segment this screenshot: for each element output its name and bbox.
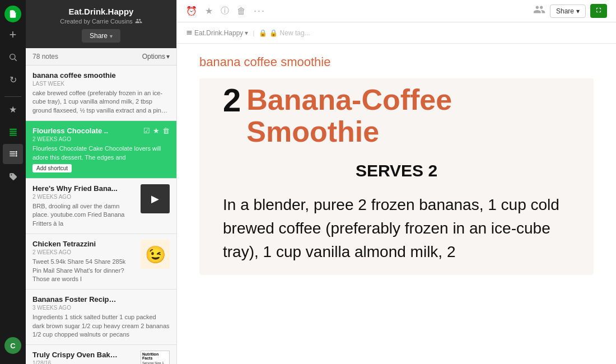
note-date: 2 WEEKS AGO	[32, 136, 170, 142]
lock-icon: 🔒	[259, 29, 267, 37]
note-title: Chicken Tetrazzini	[32, 240, 119, 248]
notebook-share-button[interactable]: Share ▾	[82, 29, 120, 43]
svg-rect-14	[187, 32, 192, 33]
recipe-serves: SERVES 2	[223, 158, 570, 183]
note-title: banana coffee smoothie	[32, 71, 119, 80]
list-item[interactable]: banana coffee smoothie LAST WEEK cake br…	[26, 66, 176, 121]
svg-point-9	[15, 151, 17, 152]
note-date: LAST WEEK	[32, 81, 170, 87]
svg-point-0	[10, 54, 15, 59]
share-main-button[interactable]: Share ▾	[550, 4, 586, 18]
alarm-icon[interactable]: ⏰	[186, 6, 197, 16]
user-avatar[interactable]: C	[4, 337, 21, 354]
notebook-title: Eat.Drink.Happy	[69, 7, 134, 16]
shortcuts-btn[interactable]: ★	[3, 99, 23, 119]
trash-icon[interactable]: 🗑	[162, 127, 170, 135]
note-date: 2 WEEKS AGO	[32, 194, 136, 200]
note-thumbnail: Nutrition Facts Serving Size 1 Calories …	[141, 351, 170, 364]
note-date: 2 WEEKS AGO	[32, 249, 136, 255]
tag-input[interactable]: 🔒 🔒 New tag...	[259, 29, 310, 37]
notebooks-btn[interactable]	[3, 122, 23, 142]
tags-btn[interactable]	[3, 166, 23, 186]
note-title: Flourless Chocolate ..	[32, 127, 108, 135]
note-action-icons: ☑ ★ 🗑	[143, 127, 170, 135]
collaborators-icon[interactable]	[533, 3, 545, 18]
svg-point-10	[15, 153, 17, 155]
evernote-logo	[4, 6, 21, 22]
recipe-number: 2	[223, 84, 241, 116]
list-item[interactable]: Chicken Tetrazzini 2 WEEKS AGO Tweet 5.9…	[26, 234, 176, 290]
note-date: 3 WEEKS AGO	[32, 305, 170, 311]
svg-rect-4	[10, 132, 17, 133]
note-preview: Flourless Chocolate Cake Chocolate lover…	[32, 144, 170, 162]
share-dropdown-icon: ▾	[576, 7, 580, 15]
share-chevron-icon: ▾	[110, 33, 113, 39]
svg-point-11	[15, 155, 17, 156]
options-button[interactable]: Options ▾	[142, 53, 170, 60]
note-preview: Ingredients 1 stick salted butter 1 cup …	[32, 313, 170, 339]
toolbar-right: Share ▾	[533, 3, 607, 18]
new-note-btn[interactable]: +	[3, 25, 23, 45]
notes-list-btn[interactable]	[3, 144, 23, 164]
notebook-header: Eat.Drink.Happy Created by Carrie Cousin…	[26, 0, 176, 48]
breadcrumb-bar: Eat.Drink.Happy ▾ | 🔒 🔒 New tag...	[177, 22, 616, 44]
list-item[interactable]: Truly Crispy Oven Bake... 1/28/16 10.3k …	[26, 345, 176, 364]
note-preview: cake brewed coffee (preferably frozen in…	[32, 89, 170, 115]
fullscreen-button[interactable]	[590, 4, 607, 18]
star-toolbar-icon[interactable]: ★	[205, 6, 213, 16]
note-preview: BRB, drooling all over the damn place. y…	[32, 202, 136, 228]
info-icon[interactable]: ⓘ	[221, 6, 229, 16]
delete-icon[interactable]: 🗑	[237, 6, 246, 16]
toolbar-left: ⏰ ★ ⓘ 🗑 ···	[186, 5, 265, 17]
notebook-subtitle: Created by Carrie Cousins	[60, 17, 142, 25]
note-preview: Tweet 5.94k Share 54 Share 285k Pin Mail…	[32, 258, 136, 283]
list-item[interactable]: Flourless Chocolate .. ☑ ★ 🗑 2 WEEKS AGO…	[26, 121, 176, 179]
recipe-heading: Banana-Coffee Smoothie	[246, 84, 570, 148]
recipe-text: In a blender, puree 2 frozen bananas, 1 …	[223, 193, 570, 264]
note-thumbnail: ▶	[141, 184, 170, 213]
notes-panel: Eat.Drink.Happy Created by Carrie Cousin…	[26, 0, 177, 364]
sync-btn[interactable]: ↻	[3, 69, 23, 90]
svg-rect-8	[10, 155, 15, 156]
note-content-area: banana coffee smoothie 2 Banana-Coffee S…	[177, 44, 616, 364]
star-icon[interactable]: ★	[153, 127, 160, 135]
notes-count-bar: 78 notes Options ▾	[26, 48, 176, 66]
top-toolbar: ⏰ ★ ⓘ 🗑 ··· Share ▾	[177, 0, 616, 22]
svg-rect-3	[10, 130, 17, 132]
options-chevron-icon: ▾	[166, 53, 170, 60]
note-title: Truly Crispy Oven Bake...	[32, 351, 119, 359]
svg-rect-2	[10, 128, 17, 129]
icon-sidebar: + ↻ ★ C	[0, 0, 26, 364]
more-icon[interactable]: ···	[254, 5, 265, 17]
search-btn[interactable]	[3, 47, 23, 67]
breadcrumb-separator: |	[253, 30, 254, 36]
svg-point-12	[11, 174, 12, 175]
svg-rect-15	[187, 34, 192, 35]
note-thumbnail: 😉	[141, 240, 170, 269]
list-item[interactable]: Bananas Foster Recipe : Ree Drumm. 3 WEE…	[26, 290, 176, 345]
notes-count: 78 notes	[32, 53, 58, 60]
recipe-image: 2 Banana-Coffee Smoothie SERVES 2 In a b…	[199, 78, 594, 275]
note-title: Here's Why Fried Bana...	[32, 184, 119, 193]
notes-list: banana coffee smoothie LAST WEEK cake br…	[26, 66, 176, 364]
note-date: 1/28/16	[32, 360, 136, 364]
note-content-title: banana coffee smoothie	[199, 55, 594, 69]
main-content-area: ⏰ ★ ⓘ 🗑 ··· Share ▾ Eat.Drink.Happy ▾ |	[177, 0, 616, 364]
add-shortcut-badge[interactable]: Add shortcut	[32, 164, 72, 172]
svg-rect-5	[10, 134, 17, 136]
note-title: Bananas Foster Recipe : Ree Drumm.	[32, 295, 119, 304]
recipe-body: 2 Banana-Coffee Smoothie SERVES 2 In a b…	[212, 78, 581, 275]
svg-line-1	[15, 59, 17, 61]
list-item[interactable]: Here's Why Fried Bana... 2 WEEKS AGO BRB…	[26, 179, 176, 234]
svg-rect-13	[187, 31, 192, 32]
breadcrumb-notebook[interactable]: Eat.Drink.Happy ▾	[186, 29, 248, 37]
svg-rect-6	[10, 151, 15, 152]
breadcrumb-chevron-icon: ▾	[245, 29, 248, 37]
svg-rect-7	[10, 153, 15, 154]
checkbox-icon[interactable]: ☑	[143, 127, 150, 135]
